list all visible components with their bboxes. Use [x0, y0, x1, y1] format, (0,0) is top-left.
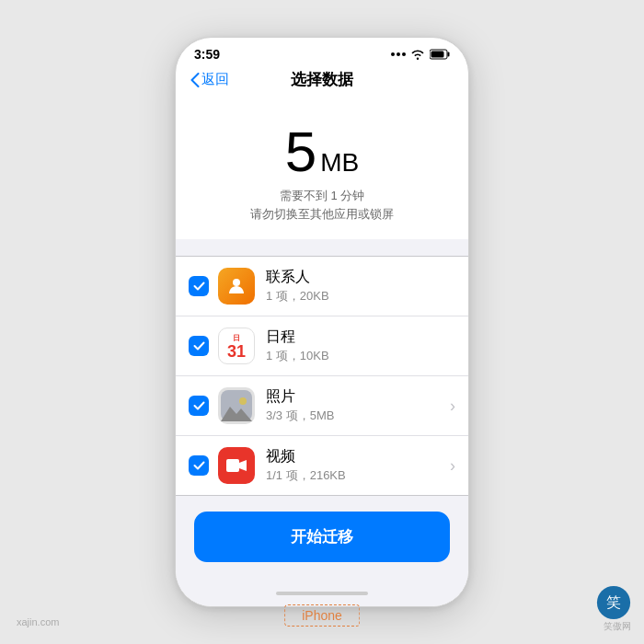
size-number: 5 [285, 123, 316, 180]
list-item[interactable]: 视频 1/1 项，216KB › [176, 436, 468, 495]
photos-icon [218, 387, 255, 424]
size-display: 5MB [285, 123, 359, 180]
size-unit: MB [320, 150, 359, 176]
video-chevron-icon: › [450, 456, 455, 476]
video-info: 视频 1/1 项，216KB [266, 447, 443, 484]
calendar-sub: 1 项，10KB [266, 348, 455, 364]
start-migrate-button[interactable]: 开始迁移 [194, 512, 450, 562]
watermark-right: 笑 笑傲网 [596, 585, 631, 633]
calendar-info: 日程 1 项，10KB [266, 328, 455, 364]
contacts-sub: 1 项，20KB [266, 288, 455, 305]
wifi-icon [410, 49, 425, 60]
home-bar [276, 592, 368, 595]
fish-logo-icon: 笑 [596, 585, 631, 620]
size-section: 5MB 需要不到 1 分钟 请勿切换至其他应用或锁屏 [176, 98, 468, 239]
checkmark-icon [193, 341, 205, 351]
iphone-label: iPhone [284, 604, 360, 627]
home-indicator [176, 581, 468, 606]
phone-frame: 3:59 返回 选择数据 [175, 37, 469, 607]
checkbox-contacts[interactable] [189, 276, 209, 296]
back-chevron-icon [190, 73, 200, 87]
video-sub: 1/1 项，216KB [266, 467, 443, 484]
contacts-name: 联系人 [266, 268, 455, 287]
watermark-right-text: 笑傲网 [604, 620, 631, 633]
svg-point-6 [239, 397, 247, 405]
checkmark-icon [193, 401, 205, 410]
photos-chevron-icon: › [450, 397, 455, 416]
calendar-icon: 日 31 [218, 328, 255, 364]
svg-rect-2 [431, 52, 444, 58]
content-area: 5MB 需要不到 1 分钟 请勿切换至其他应用或锁屏 [176, 98, 468, 497]
signal-icon [391, 52, 406, 56]
checkbox-photos[interactable] [189, 396, 209, 416]
bottom-section: 开始迁移 [176, 497, 468, 581]
svg-marker-8 [239, 460, 247, 471]
photos-name: 照片 [266, 387, 443, 407]
contacts-icon [218, 268, 255, 305]
checkmark-icon [193, 461, 205, 470]
video-camera-icon [226, 457, 247, 474]
photos-sub: 3/3 项，5MB [266, 408, 443, 424]
status-icons [391, 49, 450, 60]
battery-icon [430, 49, 450, 60]
list-item[interactable]: 联系人 1 项，20KB [176, 257, 468, 316]
iphone-label-wrapper: iPhone [284, 607, 360, 624]
list-item[interactable]: 日 31 日程 1 项，10KB [176, 316, 468, 376]
watermark-left-text: xajin.com [17, 616, 59, 627]
status-time: 3:59 [194, 47, 220, 62]
svg-text:笑: 笑 [606, 593, 621, 611]
size-hint1: 需要不到 1 分钟 [280, 188, 364, 204]
nav-bar: 返回 选择数据 [176, 65, 468, 98]
page-title: 选择数据 [291, 69, 353, 90]
list-item[interactable]: 照片 3/3 项，5MB › [176, 376, 468, 436]
video-name: 视频 [266, 447, 443, 466]
svg-rect-1 [448, 52, 450, 57]
contacts-info: 联系人 1 项，20KB [266, 268, 455, 305]
checkbox-video[interactable] [189, 455, 209, 476]
svg-point-3 [233, 279, 240, 286]
status-bar: 3:59 [176, 38, 468, 65]
svg-rect-7 [226, 459, 239, 472]
calendar-name: 日程 [266, 328, 455, 347]
checkbox-calendar[interactable] [189, 336, 209, 356]
back-button[interactable]: 返回 [190, 71, 229, 88]
photos-info: 照片 3/3 项，5MB [266, 387, 443, 424]
photos-svg-icon [221, 390, 252, 421]
watermark-left: xajin.com [17, 616, 59, 627]
size-hint2: 请勿切换至其他应用或锁屏 [250, 206, 394, 223]
back-label: 返回 [201, 71, 229, 88]
checkmark-icon [193, 282, 205, 291]
data-list: 联系人 1 项，20KB 日 31 日程 1 项，10KB [176, 256, 468, 496]
person-icon [225, 275, 247, 297]
video-icon [218, 447, 255, 484]
